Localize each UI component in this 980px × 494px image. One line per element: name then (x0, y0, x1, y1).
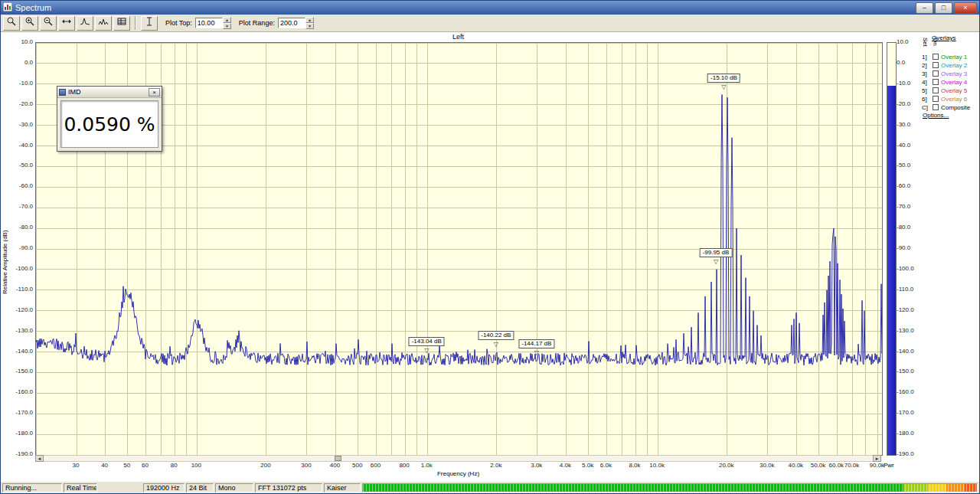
overlay-label: Composite (941, 104, 970, 111)
single-peak-icon (80, 16, 90, 30)
titlebar[interactable]: Spectrum – □ × (1, 1, 979, 15)
status-bar: Running...Real Time192000 Hz24 BitMonoFF… (1, 481, 979, 493)
imd-titlebar[interactable]: IMD × (57, 87, 162, 98)
spectrum-plot (36, 43, 882, 455)
y-tick-label: -50.0 (1, 162, 33, 168)
overlay-set-button[interactable]: C] (922, 104, 930, 111)
overlay-on-checkbox[interactable] (933, 96, 939, 102)
y-tick-label: -30.0 (1, 121, 33, 128)
imd-close-button[interactable]: × (149, 88, 160, 97)
zoom-in-button[interactable] (21, 16, 38, 31)
imd-window[interactable]: IMD × 0.0590 % (57, 86, 162, 152)
zoom-out-button[interactable] (40, 16, 57, 31)
y-tick-label: -50.0 (897, 162, 924, 168)
status-field: Running... (2, 483, 62, 492)
maximize-button[interactable]: □ (935, 2, 952, 14)
x-tick-label: 5.0k (582, 462, 593, 469)
y-tick-label: -180.0 (1, 430, 33, 437)
y-tick-label: -40.0 (1, 142, 33, 149)
x-tick-label: 90.0k (870, 462, 885, 469)
status-field: Real Time (64, 483, 97, 492)
x-tick-label: 100 (191, 462, 201, 469)
plot-range-input[interactable]: 200.0 (278, 18, 305, 28)
overlay-row: 1]Overlay 1 (922, 53, 967, 61)
imd-window-title: IMD (68, 88, 81, 96)
x-tick-label: 400 (330, 462, 340, 469)
plot-top-up-button[interactable]: ▲ (223, 17, 231, 23)
x-tick-label: 40.0k (789, 462, 804, 469)
overlay-on-checkbox[interactable] (933, 54, 939, 60)
plot-range-up-button[interactable]: ▲ (305, 17, 314, 23)
overlay-label: Overlay 2 (941, 62, 967, 69)
x-tick-label: 60.0k (829, 462, 844, 469)
x-tick-label: 80 (171, 462, 178, 469)
x-tick-label: 70.0k (844, 462, 860, 469)
overlay-on-checkbox[interactable] (933, 104, 939, 110)
overlay-set-button[interactable]: 5] (922, 87, 930, 94)
overlay-set-button[interactable]: 2] (922, 62, 930, 69)
data-grid-button[interactable] (113, 16, 130, 31)
x-tick-label: 6.0k (600, 462, 612, 469)
x-tick-label: 50 (123, 462, 130, 469)
magnifier-icon (6, 16, 17, 30)
plot-area[interactable] (35, 42, 883, 456)
multi-peak-curve-button[interactable] (95, 16, 112, 31)
overlay-on-checkbox[interactable] (933, 87, 939, 93)
y-tick-label: -110.0 (1, 286, 33, 293)
plot-range-spinbox: 200.0 ▲▼ (278, 17, 314, 29)
horizontal-arrows-icon (61, 16, 72, 30)
y-tick-label: -10.0 (1, 80, 33, 87)
close-button[interactable]: × (954, 2, 977, 14)
overlays-options-link[interactable]: Options... (923, 112, 949, 119)
marker-tool-button[interactable] (141, 16, 158, 31)
y-tick-label: -140.0 (1, 348, 33, 355)
status-field: Kaiser (324, 483, 361, 492)
y-tick-label: -130.0 (1, 327, 33, 334)
scrollbar-thumb[interactable] (335, 456, 341, 461)
y-tick-label: -170.0 (1, 409, 33, 416)
spectrum-window: Spectrum – □ × Plot Top: 10.00 ▲▼ Plot R… (0, 0, 980, 494)
y-tick-label: -150.0 (1, 368, 33, 375)
plot-range-down-button[interactable]: ▼ (305, 23, 314, 29)
spectrum-trace (36, 95, 882, 366)
plot-h-scrollbar[interactable]: ◄ ► (35, 455, 881, 462)
y-tick-label: 10.0 (1, 38, 33, 45)
overlays-col-set: Set (922, 38, 929, 47)
overlay-row: 3]Overlay 3 (922, 70, 967, 77)
y-tick-label: -60.0 (897, 182, 924, 189)
zoom-tool-button[interactable] (3, 16, 20, 31)
plot-top-down-button[interactable]: ▼ (223, 23, 231, 29)
marker-line-icon (144, 16, 155, 30)
level-progress-fill (363, 484, 977, 492)
peak-curve-button[interactable] (77, 16, 93, 31)
power-meter-fill (887, 86, 896, 455)
overlay-set-button[interactable]: 3] (922, 70, 930, 77)
y-axis-labels-right: 10.00.0-10.0-20.0-30.0-40.0-50.0-60.0-70… (897, 32, 924, 481)
overlay-set-button[interactable]: 4] (922, 79, 930, 86)
y-tick-label: -110.0 (897, 286, 924, 293)
y-tick-label: -130.0 (897, 327, 924, 334)
zoom-full-span-button[interactable] (58, 16, 75, 31)
imd-value: 0.0590 % (60, 100, 158, 148)
scroll-left-button[interactable]: ◄ (35, 455, 44, 462)
plot-title: Left (35, 33, 881, 41)
minimize-button[interactable]: – (916, 2, 933, 14)
plot-top-input[interactable]: 10.00 (195, 18, 223, 28)
x-tick-label: 1.0k (421, 462, 433, 469)
overlay-on-checkbox[interactable] (933, 79, 939, 85)
overlay-set-button[interactable]: 6] (922, 96, 930, 103)
overlay-on-checkbox[interactable] (933, 62, 939, 68)
x-axis-labels: 30405060801002003004005006008001.0k2.0k3… (1, 462, 979, 469)
x-tick-label: 600 (371, 462, 381, 469)
scroll-right-button[interactable]: ► (873, 455, 881, 462)
overlay-on-checkbox[interactable] (933, 70, 939, 77)
toolbar: Plot Top: 10.00 ▲▼ Plot Range: 200.0 ▲▼ (1, 15, 979, 32)
x-tick-label: 200 (260, 462, 270, 469)
overlay-set-button[interactable]: 1] (922, 54, 930, 61)
overlays-col-on: On (932, 38, 939, 46)
y-tick-label: -140.0 (897, 348, 924, 355)
scrollbar-track[interactable] (44, 455, 873, 462)
magnifier-minus-icon (43, 16, 54, 30)
overlay-row: 4]Overlay 4 (922, 78, 967, 86)
y-tick-label: -180.0 (897, 430, 924, 437)
